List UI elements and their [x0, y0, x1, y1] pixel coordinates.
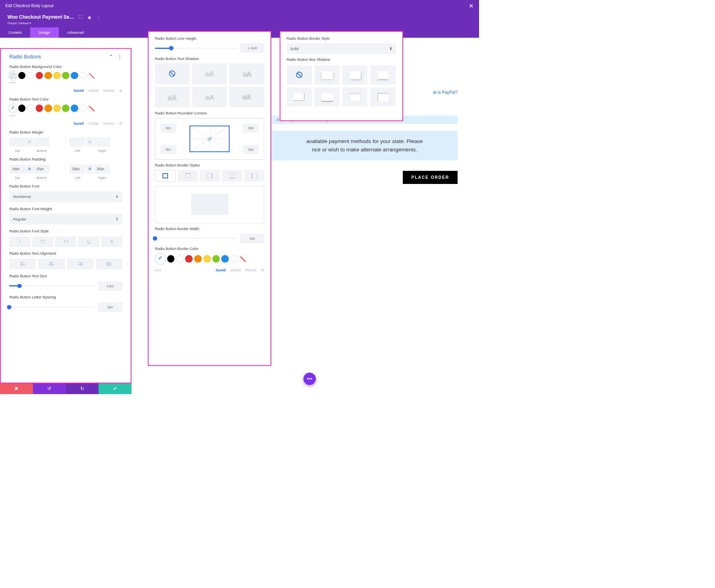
swatch-red[interactable]: [36, 72, 43, 79]
swatch-blue[interactable]: [71, 72, 78, 79]
tab-advanced[interactable]: Advanced: [59, 27, 93, 38]
margin-right-input[interactable]: [94, 137, 110, 147]
swatch-orange[interactable]: [44, 104, 52, 112]
saved-tab[interactable]: Saved: [73, 89, 84, 93]
padding-top-input[interactable]: [9, 164, 25, 174]
swatch-black[interactable]: [18, 104, 26, 112]
padding-bottom-input[interactable]: [34, 164, 50, 174]
swatch-orange[interactable]: [44, 72, 52, 79]
swatch-white2[interactable]: [79, 104, 87, 112]
swatch-white2[interactable]: [230, 255, 238, 263]
link-icon[interactable]: ⧉: [86, 164, 94, 174]
box-shadow-preset[interactable]: [315, 66, 340, 85]
global-tab[interactable]: Global: [89, 122, 99, 126]
smallcaps-button[interactable]: Tᴛ: [55, 236, 76, 247]
link-icon[interactable]: ⧉: [26, 164, 33, 174]
tab-content[interactable]: Content: [0, 27, 30, 38]
box-shadow-preset[interactable]: [342, 66, 367, 85]
swatch-green[interactable]: [62, 72, 70, 79]
box-shadow-preset[interactable]: [370, 87, 395, 106]
shadow-preset[interactable]: aA: [192, 63, 227, 84]
corner-tr-input[interactable]: [243, 124, 259, 133]
swatch-red[interactable]: [36, 104, 43, 112]
preset-dropdown[interactable]: Preset: Default ▾: [8, 21, 472, 25]
swatch-green[interactable]: [213, 255, 220, 263]
border-top[interactable]: [178, 170, 198, 182]
global-tab[interactable]: Global: [89, 89, 99, 93]
line-height-slider[interactable]: [155, 48, 237, 49]
swatch-none[interactable]: [88, 104, 96, 112]
shadow-none[interactable]: [155, 63, 189, 84]
line-height-value[interactable]: 1.4em: [240, 43, 264, 53]
swatch-dropper[interactable]: [155, 253, 166, 264]
swatch-red[interactable]: [185, 255, 193, 263]
corner-br-input[interactable]: [243, 145, 259, 154]
padding-right-input[interactable]: [94, 164, 110, 174]
tab-design[interactable]: Design: [30, 27, 59, 38]
shadow-preset[interactable]: aA: [229, 63, 264, 84]
box-shadow-preset[interactable]: [287, 87, 312, 106]
font-weight-select[interactable]: Regular ▲▼: [9, 214, 122, 224]
margin-left-input[interactable]: [70, 137, 85, 147]
swatch-none[interactable]: [88, 72, 96, 79]
more-dots[interactable]: •••: [155, 268, 162, 273]
gear-icon[interactable]: ⚙: [119, 121, 122, 126]
global-tab[interactable]: Global: [230, 268, 240, 272]
swatch-blue[interactable]: [221, 255, 229, 263]
swatch-orange[interactable]: [194, 255, 202, 263]
italic-button[interactable]: I: [9, 236, 30, 247]
margin-top-input[interactable]: [9, 137, 25, 147]
recent-tab[interactable]: Recent: [103, 89, 114, 93]
swatch-white[interactable]: [176, 255, 184, 263]
border-left[interactable]: [244, 170, 264, 182]
redo-button[interactable]: ↻: [66, 383, 99, 394]
recent-tab[interactable]: Recent: [103, 122, 114, 126]
box-shadow-preset[interactable]: [342, 87, 367, 106]
border-width-value[interactable]: 0px: [240, 234, 264, 243]
paypal-link[interactable]: at is PayPal?: [433, 90, 458, 95]
border-style-select[interactable]: Solid ▲▼: [287, 43, 396, 54]
accordion-title[interactable]: Radio Buttons: [9, 54, 41, 60]
swatch-black[interactable]: [167, 255, 175, 263]
swatch-white[interactable]: [27, 104, 35, 112]
link-icon[interactable]: ⧉: [86, 137, 94, 147]
swatch-blue[interactable]: [71, 104, 78, 112]
corner-tl-input[interactable]: [160, 124, 176, 133]
swatch-green[interactable]: [62, 104, 70, 112]
discard-button[interactable]: ✖: [0, 383, 33, 394]
shadow-preset[interactable]: aA: [155, 87, 189, 107]
swatch-yellow[interactable]: [53, 72, 61, 79]
uppercase-button[interactable]: TT: [32, 236, 53, 247]
align-center-button[interactable]: [38, 259, 65, 269]
border-width-slider[interactable]: [155, 238, 237, 239]
shadow-preset[interactable]: aA: [229, 87, 264, 107]
swatch-none[interactable]: [240, 255, 247, 263]
align-justify-button[interactable]: [96, 259, 122, 269]
align-right-button[interactable]: [67, 259, 93, 269]
fab-menu-button[interactable]: •••: [303, 373, 316, 385]
gear-icon[interactable]: ⚙: [261, 268, 264, 272]
letter-spacing-value[interactable]: 0px: [98, 302, 122, 312]
corner-link-box[interactable]: 🔗: [189, 126, 230, 152]
shadow-preset[interactable]: aA: [192, 87, 227, 107]
place-order-button[interactable]: PLACE ORDER: [403, 171, 458, 184]
swatch-dropper[interactable]: [9, 104, 17, 112]
box-shadow-preset[interactable]: [370, 66, 395, 85]
kebab-icon[interactable]: ⋮: [96, 14, 101, 19]
recent-tab[interactable]: Recent: [245, 268, 257, 272]
box-shadow-none[interactable]: [287, 66, 312, 85]
border-right[interactable]: [200, 170, 220, 182]
expand-icon[interactable]: ⛶: [78, 14, 83, 19]
gear-icon[interactable]: ⚙: [119, 89, 122, 93]
swatch-white2[interactable]: [79, 72, 87, 79]
swatch-transparent[interactable]: [9, 72, 17, 79]
kebab-icon[interactable]: ⋮: [117, 54, 122, 60]
undo-button[interactable]: ↺: [33, 383, 66, 394]
panel-icon[interactable]: ▣: [87, 14, 92, 19]
swatch-white[interactable]: [27, 72, 35, 79]
text-size-value[interactable]: 14px: [98, 281, 122, 291]
swatch-yellow[interactable]: [203, 255, 211, 263]
underline-button[interactable]: U: [78, 236, 99, 247]
more-dots[interactable]: •••: [9, 80, 122, 86]
margin-bottom-input[interactable]: [34, 137, 50, 147]
